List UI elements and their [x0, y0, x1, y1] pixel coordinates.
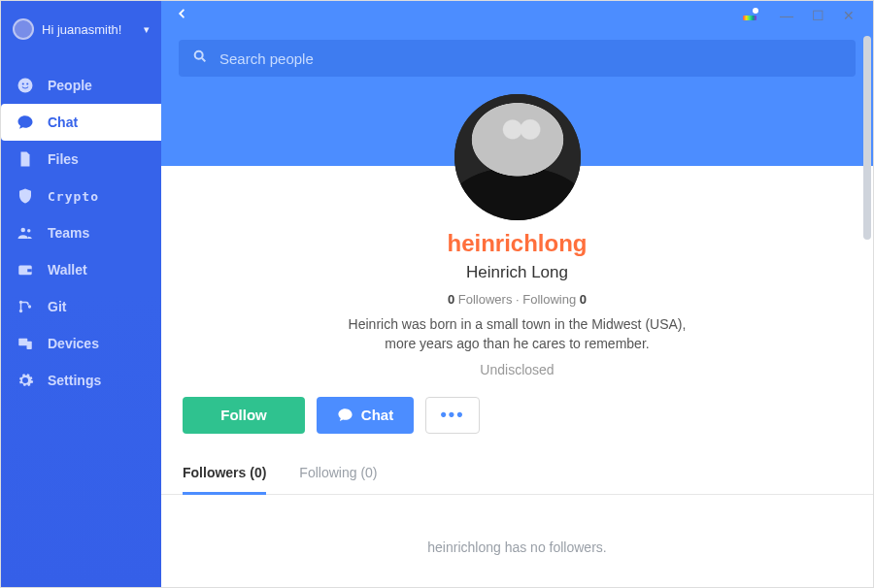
nav-label: Wallet [48, 262, 87, 278]
nav-label: Settings [48, 373, 101, 388]
nav-list: People Chat Files Crypto Teams Wallet [1, 67, 161, 399]
followers-count: 0 [448, 292, 454, 307]
svg-rect-6 [27, 269, 32, 272]
chat-icon [17, 114, 34, 131]
team-icon [17, 224, 34, 242]
scroll-thumb[interactable] [863, 36, 871, 240]
profile-displayname: Heinrich Long [161, 263, 873, 282]
profile-tabs: Followers (0) Following (0) [161, 441, 873, 495]
chevron-down-icon: ▾ [144, 23, 150, 36]
user-greeting: Hi juanasmith! [42, 22, 121, 37]
file-icon [17, 150, 34, 168]
window-controls: ― ☐ ✕ [743, 9, 863, 22]
following-count: 0 [580, 292, 587, 307]
profile-stats: 0 Followers · Following 0 [161, 292, 873, 307]
svg-point-9 [28, 305, 31, 308]
gear-icon [17, 372, 34, 389]
main-pane: ― ☐ ✕ heinrichlong Heinrich Long 0 Follo… [161, 1, 873, 587]
action-row: Follow Chat ••• [161, 377, 873, 434]
empty-state: heinrichlong has no followers. [161, 495, 873, 587]
devices-icon [17, 335, 34, 352]
svg-rect-10 [18, 339, 27, 346]
svg-point-1 [22, 82, 24, 84]
tab-followers[interactable]: Followers (0) [183, 465, 266, 495]
search-bar[interactable] [179, 40, 856, 77]
svg-point-0 [18, 79, 33, 93]
search-input[interactable] [219, 50, 842, 67]
profile-card: heinrichlong Heinrich Long 0 Followers ·… [161, 166, 873, 587]
more-button[interactable]: ••• [425, 397, 480, 434]
profile-location: Undisclosed [161, 362, 873, 377]
minimize-button[interactable]: ― [780, 9, 793, 22]
sidebar-item-devices[interactable]: Devices [1, 325, 161, 362]
smiley-icon [17, 77, 34, 94]
search-icon [192, 49, 208, 68]
profile-avatar [454, 94, 581, 220]
shield-icon [17, 187, 34, 205]
app-root: Hi juanasmith! ▾ People Chat Files Crypt… [1, 1, 873, 587]
scrollbar[interactable] [861, 30, 873, 587]
svg-point-7 [19, 301, 22, 304]
nav-label: Files [48, 151, 79, 167]
back-button[interactable] [177, 7, 187, 24]
nav-label: Teams [48, 225, 89, 241]
profile-username: heinrichlong [161, 230, 873, 257]
chat-button-label: Chat [361, 407, 393, 423]
nav-label: Crypto [48, 189, 99, 204]
profile-bio: Heinrich was born in a small town in the… [343, 314, 692, 354]
tab-following[interactable]: Following (0) [299, 465, 377, 494]
sidebar-item-wallet[interactable]: Wallet [1, 251, 161, 288]
sidebar-item-teams[interactable]: Teams [1, 214, 161, 251]
following-label: Following [522, 292, 576, 307]
svg-point-12 [195, 51, 203, 59]
app-logo-icon [743, 11, 756, 20]
nav-label: People [48, 78, 92, 93]
sidebar-item-git[interactable]: Git [1, 288, 161, 325]
user-menu[interactable]: Hi juanasmith! ▾ [1, 5, 161, 44]
sidebar-item-people[interactable]: People [1, 67, 161, 104]
svg-point-3 [21, 228, 26, 233]
sidebar-item-settings[interactable]: Settings [1, 362, 161, 399]
sidebar-item-files[interactable]: Files [1, 141, 161, 178]
svg-point-8 [19, 310, 22, 312]
sidebar-item-chat[interactable]: Chat [1, 104, 161, 141]
chat-button[interactable]: Chat [317, 397, 414, 434]
follow-button[interactable]: Follow [183, 397, 305, 434]
git-icon [17, 298, 34, 315]
svg-point-4 [27, 229, 30, 232]
close-button[interactable]: ✕ [842, 9, 856, 22]
followers-label: Followers [458, 292, 513, 307]
content: heinrichlong Heinrich Long 0 Followers ·… [161, 30, 873, 587]
chat-icon [337, 407, 353, 423]
title-bar: ― ☐ ✕ [161, 1, 873, 30]
nav-label: Git [48, 299, 66, 314]
sidebar-item-crypto[interactable]: Crypto [1, 178, 161, 214]
wallet-icon [17, 261, 34, 278]
sidebar: Hi juanasmith! ▾ People Chat Files Crypt… [1, 1, 161, 587]
nav-label: Devices [48, 336, 99, 351]
nav-label: Chat [48, 114, 78, 130]
svg-rect-11 [27, 342, 32, 349]
svg-point-2 [26, 82, 28, 84]
user-avatar [13, 18, 34, 40]
maximize-button[interactable]: ☐ [811, 9, 824, 22]
